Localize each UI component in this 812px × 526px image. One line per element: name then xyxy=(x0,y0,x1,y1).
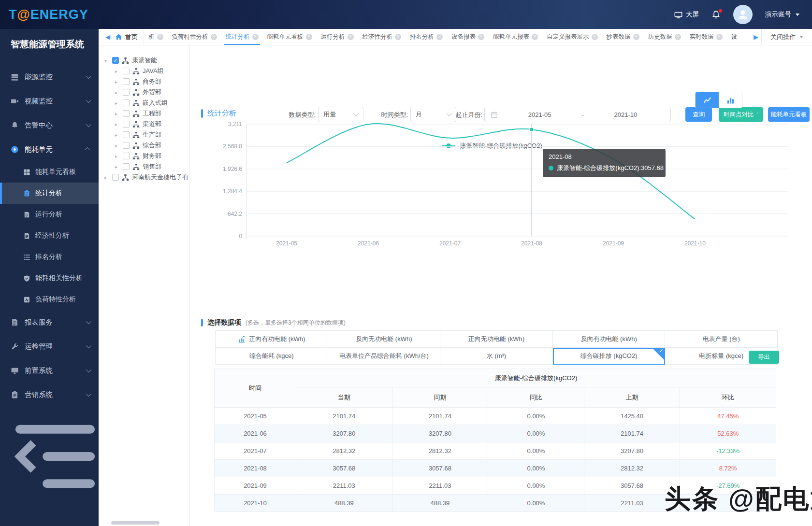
tree-scrollbar[interactable] xyxy=(111,521,160,525)
tab-device-report[interactable]: 设备报表 xyxy=(447,29,489,45)
sidebar-item-statistics[interactable]: 统计分析 xyxy=(0,183,99,204)
close-icon[interactable] xyxy=(592,34,598,40)
tree-node[interactable]: 生产部 xyxy=(104,129,189,140)
tree-expand-icon[interactable] xyxy=(104,175,109,180)
tree-expand-icon[interactable] xyxy=(115,69,120,74)
tree-node[interactable]: 渠道部 xyxy=(104,119,189,129)
sidebar-item-economy-analysis[interactable]: 经济性分析 xyxy=(0,225,99,246)
close-icon[interactable] xyxy=(436,34,443,40)
tree-checkbox[interactable] xyxy=(123,142,130,149)
tree-expand-icon[interactable] xyxy=(115,111,120,116)
tree-checkbox[interactable] xyxy=(112,57,119,64)
sidebar-item-alarm-center[interactable]: 告警中心 xyxy=(0,113,99,137)
sidebar-item-correlation-analysis[interactable]: 能耗相关性分析 xyxy=(0,268,99,289)
tree-expand-icon[interactable] xyxy=(115,122,120,127)
data-item-meter-output[interactable]: 电表产量 (台) xyxy=(665,331,778,348)
tree-checkbox[interactable] xyxy=(123,78,130,85)
tab-economy-analysis[interactable]: 经济性分析 xyxy=(358,29,406,45)
tree-node[interactable]: 销售部 xyxy=(104,161,189,172)
tab-ranking-analysis[interactable]: 排名分析 xyxy=(406,29,447,45)
close-icon[interactable] xyxy=(348,34,354,40)
tree-expand-icon[interactable] xyxy=(104,58,109,63)
tabs-scroll-left-icon[interactable]: ◀ xyxy=(102,33,113,41)
account-menu[interactable]: 演示账号 xyxy=(765,10,799,19)
tree-node-label[interactable]: 销售部 xyxy=(143,162,161,171)
tabs-scroll-right-icon[interactable]: ▶ xyxy=(751,33,761,41)
tree-expand-icon[interactable] xyxy=(115,132,120,138)
data-item-unit-product-energy[interactable]: 电表单位产品综合能耗 (kWh/台) xyxy=(328,348,441,365)
big-screen-button[interactable]: 大屏 xyxy=(674,10,699,19)
tree-checkbox[interactable] xyxy=(112,174,119,181)
close-icon[interactable] xyxy=(478,34,484,40)
bar-chart-toggle-button[interactable] xyxy=(719,92,742,108)
data-item-forward-reactive-energy[interactable]: 正向无功电能 (kWh) xyxy=(440,331,553,348)
tree-expand-icon[interactable] xyxy=(115,90,120,95)
tree-checkbox[interactable] xyxy=(123,89,130,96)
tree-node-label[interactable]: 财务部 xyxy=(143,152,161,160)
close-icon[interactable] xyxy=(252,34,259,40)
tree-expand-icon[interactable] xyxy=(115,79,120,85)
sidebar-item-front-system[interactable]: 前置系统 xyxy=(0,358,99,383)
sidebar-item-report-service[interactable]: 报表服务 xyxy=(0,310,99,334)
tree-node-label[interactable]: 康派智能 xyxy=(132,56,157,65)
tree-node-label[interactable]: 商务部 xyxy=(143,77,161,86)
data-item-reverse-active-energy[interactable]: 反向有功电能 (kWh) xyxy=(553,331,666,348)
data-item-carbon-emission-selected[interactable]: 综合碳排放 (kgCO2) ✓ xyxy=(553,348,666,365)
tab-statistics[interactable]: 统计分析 xyxy=(221,29,263,45)
tab-unit-report[interactable]: 能耗单元报表 xyxy=(489,29,542,45)
close-icon[interactable] xyxy=(716,34,723,40)
tree-node[interactable]: 外贸部 xyxy=(104,87,189,98)
tree-node[interactable]: 综合部 xyxy=(104,140,189,151)
tree-checkbox[interactable] xyxy=(123,68,130,74)
range-start-input[interactable]: 2021-05 xyxy=(501,111,579,118)
close-icon[interactable] xyxy=(532,34,538,40)
tree-checkbox[interactable] xyxy=(123,131,130,138)
close-operations-menu[interactable]: 关闭操作 xyxy=(761,29,812,45)
tab-history-data[interactable]: 历史数据 xyxy=(644,29,685,45)
tab-run-analysis[interactable]: 运行分析 xyxy=(317,29,358,45)
tab-home[interactable]: 首页 xyxy=(113,29,144,45)
data-item-forward-active-energy[interactable]: 正向有功电能 (kWh) xyxy=(216,331,328,348)
close-icon[interactable] xyxy=(675,34,681,40)
data-item-comprehensive-energy[interactable]: 综合能耗 (kgce) xyxy=(216,348,328,365)
sidebar-item-unit-kanban[interactable]: 能耗单元看板 xyxy=(0,161,99,183)
tree-node[interactable]: 工程部 xyxy=(104,108,189,119)
tree-node[interactable]: 商务部 xyxy=(104,76,189,87)
tab-unit-kanban[interactable]: 能耗单元看板 xyxy=(263,29,317,45)
tree-node[interactable]: JAVA组 xyxy=(104,66,189,76)
tree-checkbox[interactable] xyxy=(123,153,130,159)
close-icon[interactable] xyxy=(157,34,163,40)
tab-meter-reading[interactable]: 抄表数据 xyxy=(602,29,644,45)
close-icon[interactable] xyxy=(395,34,401,40)
sidebar-item-run-analysis[interactable]: 运行分析 xyxy=(0,204,99,225)
tree-expand-icon[interactable] xyxy=(115,100,120,106)
sidebar-item-energy-unit[interactable]: 能耗单元 xyxy=(0,137,99,161)
range-end-input[interactable]: 2021-10 xyxy=(587,111,665,118)
sidebar-item-ranking-analysis[interactable]: 排名分析 xyxy=(0,246,99,268)
tree-checkbox[interactable] xyxy=(123,121,130,128)
sidebar-item-marketing-system[interactable]: 营销系统 xyxy=(0,383,99,407)
sidebar-item-load-analysis[interactable]: 负荷特性分析 xyxy=(0,289,99,310)
sidebar-item-inspection[interactable]: 运检管理 xyxy=(0,334,99,358)
tree-node-root[interactable]: 康派智能 xyxy=(104,55,189,66)
tab-load-analysis[interactable]: 负荷特性分析 xyxy=(168,29,221,45)
tree-node-label[interactable]: 工程部 xyxy=(143,109,161,118)
tree-checkbox[interactable] xyxy=(123,110,130,117)
sidebar-item-energy-monitor[interactable]: 能源监控 xyxy=(0,65,99,89)
export-button[interactable]: 导出 xyxy=(749,351,779,364)
data-item-reverse-reactive-energy[interactable]: 反向无功电能 (kWh) xyxy=(328,331,441,348)
tab-clipped[interactable]: 析 xyxy=(144,29,168,45)
close-icon[interactable] xyxy=(306,34,312,40)
sidebar-item-video-monitor[interactable]: 视频监控 xyxy=(0,89,99,113)
tree-node-label[interactable]: JAVA组 xyxy=(143,67,164,75)
tree-node[interactable]: 财务部 xyxy=(104,151,189,161)
tree-expand-icon[interactable] xyxy=(115,154,120,159)
data-item-water[interactable]: 水 (m³) xyxy=(440,348,553,365)
tree-checkbox[interactable] xyxy=(123,163,130,170)
tree-node-root2[interactable]: 河南航天金穗电子有 xyxy=(104,172,189,183)
tree-node[interactable]: 嵌入式组 xyxy=(104,98,189,108)
notification-bell-button[interactable] xyxy=(711,10,721,19)
avatar[interactable] xyxy=(733,5,753,24)
tab-custom-report[interactable]: 自定义报表展示 xyxy=(542,29,602,45)
tree-node-label[interactable]: 嵌入式组 xyxy=(143,99,168,107)
